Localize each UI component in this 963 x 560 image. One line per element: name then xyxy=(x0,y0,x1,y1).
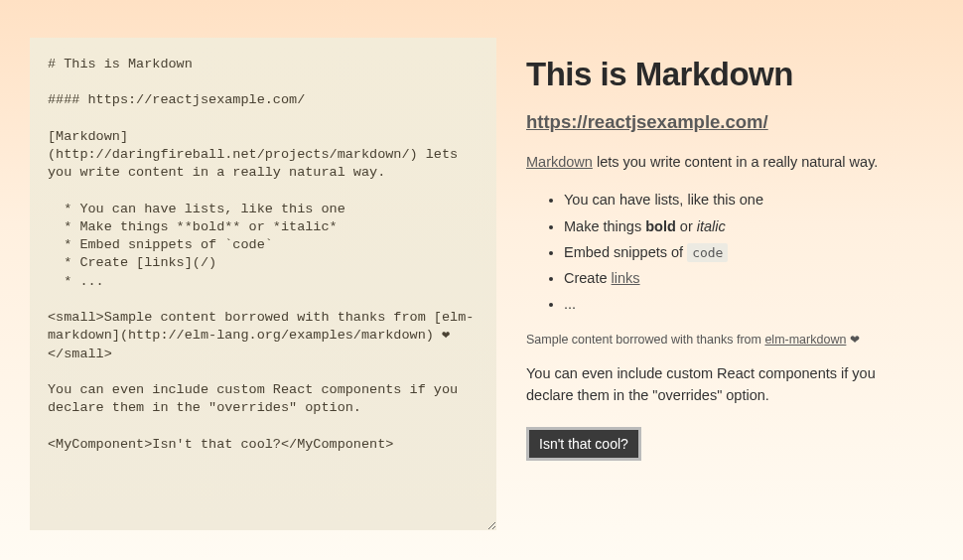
heading-link[interactable]: https://reactjsexample.com/ xyxy=(526,111,768,132)
italic-text: italic xyxy=(697,218,726,234)
intro-text: lets you write content in a really natur… xyxy=(593,154,878,170)
inline-code: code xyxy=(687,243,728,262)
preview-heading-1: This is Markdown xyxy=(526,56,925,93)
intro-paragraph: Markdown lets you write content in a rea… xyxy=(526,151,925,173)
list-item: ... xyxy=(564,291,925,317)
text: Embed snippets of xyxy=(564,244,687,260)
list-item: Embed snippets of code xyxy=(564,239,925,265)
text: or xyxy=(676,218,697,234)
app-container: # This is Markdown #### https://reactjse… xyxy=(0,0,963,560)
list-item: Create links xyxy=(564,265,925,291)
list-item: Make things bold or italic xyxy=(564,213,925,239)
links-link[interactable]: links xyxy=(612,270,640,286)
custom-component-button[interactable]: Isn't that cool? xyxy=(526,427,641,461)
text: Make things xyxy=(564,218,645,234)
markdown-link[interactable]: Markdown xyxy=(526,154,593,170)
attribution-small: Sample content borrowed with thanks from… xyxy=(526,333,925,347)
markdown-preview: This is Markdown https://reactjsexample.… xyxy=(526,38,933,530)
markdown-editor[interactable]: # This is Markdown #### https://reactjse… xyxy=(30,38,496,530)
feature-list: You can have lists, like this one Make t… xyxy=(526,187,925,316)
list-item: You can have lists, like this one xyxy=(564,187,925,212)
overrides-paragraph: You can even include custom React compon… xyxy=(526,362,925,407)
heart-icon: ❤ xyxy=(846,333,859,347)
text: Create xyxy=(564,270,612,286)
text: Sample content borrowed with thanks from xyxy=(526,333,764,347)
bold-text: bold xyxy=(645,218,676,234)
elm-markdown-link[interactable]: elm-markdown xyxy=(764,333,846,347)
preview-heading-4: https://reactjsexample.com/ xyxy=(526,111,925,133)
